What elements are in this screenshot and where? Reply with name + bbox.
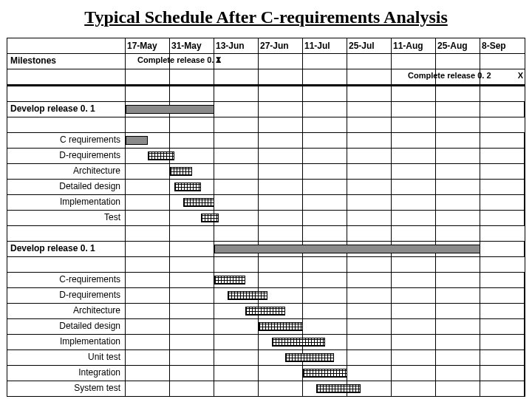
task-label: System test [7, 381, 126, 396]
task-bar [285, 353, 334, 362]
task-row: Architecture [7, 304, 525, 319]
task-label: Architecture [7, 304, 126, 318]
task-label: Architecture [7, 164, 126, 179]
date-header: 31-May [170, 38, 214, 53]
summary-bar-2 [214, 245, 480, 253]
task-bar [303, 369, 347, 378]
blank-row [7, 86, 525, 102]
task-label: Test [7, 211, 126, 225]
task-label: D-requirements [7, 288, 126, 303]
blank-row [7, 117, 525, 133]
task-row: D-requirements [7, 288, 525, 304]
task-bar [183, 198, 214, 207]
task-label: Integration [7, 366, 126, 381]
task-row: C-requirements [7, 273, 525, 288]
group-1-label: Develop release 0. 1 [7, 102, 126, 117]
task-label: Implementation [7, 195, 126, 210]
task-label: Detailed design [7, 319, 126, 334]
task-row: Test [7, 211, 525, 226]
task-bar [228, 291, 267, 300]
task-bar [272, 338, 325, 347]
group-2-summary: Develop release 0. 1 [7, 242, 525, 257]
date-header: 25-Jul [347, 38, 392, 53]
task-row: Architecture [7, 164, 525, 180]
task-row: Detailed design [7, 319, 525, 335]
task-row: Unit test [7, 350, 525, 366]
task-row: C requirements [7, 133, 525, 149]
task-bar [174, 183, 201, 191]
milestones-label: Milestones [7, 54, 126, 69]
blank-row [7, 257, 525, 273]
task-bar [316, 384, 361, 393]
task-bar [126, 136, 148, 145]
date-header: 17-May [126, 38, 170, 53]
gantt-chart: 17-May 31-May 13-Jun 27-Jun 11-Jul 25-Ju… [7, 38, 525, 397]
task-bar [259, 322, 303, 331]
task-row: D-requirements [7, 149, 525, 164]
task-row: Detailed design [7, 180, 525, 195]
milestone-row-2: Complete release 0. 2 X [7, 69, 525, 86]
task-label: C requirements [7, 133, 126, 148]
task-bar [245, 307, 285, 316]
milestone-1-x: X [214, 54, 258, 64]
milestone-2-x: X [480, 69, 525, 80]
date-header: 27-Jun [259, 38, 303, 53]
date-header: 13-Jun [214, 38, 259, 53]
task-row: Implementation [7, 195, 525, 211]
date-header-row: 17-May 31-May 13-Jun 27-Jun 11-Jul 25-Ju… [7, 38, 525, 54]
task-row: System test [7, 381, 525, 396]
task-label: Unit test [7, 350, 126, 365]
task-bar [170, 167, 192, 176]
task-label: D-requirements [7, 149, 126, 163]
milestone-row-1: Milestones Complete release 0. 1 X [7, 54, 525, 69]
group-1-summary: Develop release 0. 1 [7, 102, 525, 117]
task-bar [214, 276, 245, 284]
task-bar [201, 214, 219, 222]
date-header: 11-Aug [392, 38, 436, 53]
date-header: 8-Sep [480, 38, 525, 53]
date-header: 25-Aug [436, 38, 480, 53]
task-label: Implementation [7, 335, 126, 349]
group-2-label: Develop release 0. 1 [7, 242, 126, 256]
task-label: C-requirements [7, 273, 126, 287]
task-row: Implementation [7, 335, 525, 350]
milestone-2: Complete release 0. 2 [406, 69, 435, 80]
task-bar [148, 151, 174, 160]
page-title: Typical Schedule After C-requirements An… [0, 0, 532, 38]
blank-row [7, 226, 525, 242]
milestone-1: Complete release 0. 1 [136, 54, 169, 64]
task-row: Integration [7, 366, 525, 381]
date-header: 11-Jul [303, 38, 347, 53]
task-label: Detailed design [7, 180, 126, 194]
summary-bar-1 [126, 105, 214, 114]
